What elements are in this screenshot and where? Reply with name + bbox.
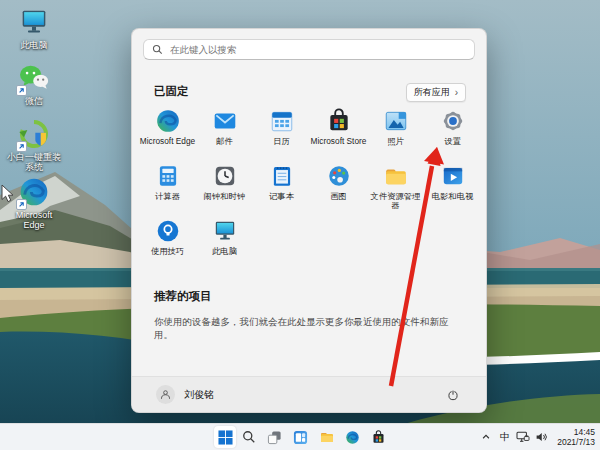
app-label: 画图 <box>330 192 347 201</box>
task-view-button[interactable] <box>263 426 285 448</box>
app-label: 电影和电视 <box>432 192 473 201</box>
pinned-app-photos[interactable]: 照片 <box>367 103 424 158</box>
desktop-icon-label: 微信 <box>6 96 62 106</box>
pinned-apps-grid: Microsoft Edge 邮件 日历 Microsoft Store 照片 … <box>139 103 481 268</box>
notepad-icon <box>269 163 295 189</box>
wechat-icon <box>18 62 50 94</box>
store-icon <box>326 108 352 134</box>
app-label: 设置 <box>444 137 461 146</box>
recommended-section-title: 推荐的项目 <box>154 289 212 304</box>
photos-icon <box>383 108 409 134</box>
clock[interactable]: 14:45 2021/7/13 <box>557 427 595 447</box>
user-name: 刘俊铭 <box>184 388 214 402</box>
pinned-app-this-pc[interactable]: 此电脑 <box>196 213 253 268</box>
pinned-app-microsoft-edge[interactable]: Microsoft Edge <box>139 103 196 158</box>
paint-icon <box>326 163 352 189</box>
pinned-app-tips[interactable]: 使用技巧 <box>139 213 196 268</box>
power-icon <box>446 388 460 402</box>
pinned-section-title: 已固定 <box>154 84 189 99</box>
taskbar-search-button[interactable] <box>238 426 260 448</box>
movies-tv-icon <box>440 163 466 189</box>
settings-gear-icon <box>440 108 466 134</box>
pinned-app-movies-tv[interactable]: 电影和电视 <box>424 158 481 213</box>
app-label: 计算器 <box>155 192 180 201</box>
edge-icon <box>18 176 50 208</box>
xiaobai-reinstall-icon <box>18 118 50 150</box>
all-apps-label: 所有应用 <box>414 86 450 99</box>
pinned-app-file-explorer[interactable]: 文件资源管理器 <box>367 158 424 213</box>
chevron-up-icon <box>481 432 491 442</box>
recommended-empty-message: 你使用的设备越多，我们就会在此处显示更多你最近使用的文件和新应用。 <box>154 315 464 341</box>
search-icon <box>242 430 256 444</box>
widgets-button[interactable] <box>289 426 311 448</box>
app-label: 文件资源管理器 <box>368 192 424 210</box>
all-apps-button[interactable]: 所有应用 › <box>406 83 466 102</box>
calendar-icon <box>269 108 295 134</box>
edge-icon <box>345 430 360 445</box>
shortcut-arrow-icon <box>16 85 27 96</box>
pinned-app-settings[interactable]: 设置 <box>424 103 481 158</box>
calculator-icon <box>155 163 181 189</box>
task-view-icon <box>267 430 282 445</box>
mouse-cursor <box>1 184 15 204</box>
pinned-app-microsoft-store[interactable]: Microsoft Store <box>310 103 367 158</box>
app-label: 日历 <box>273 137 290 146</box>
file-explorer-icon <box>383 163 409 189</box>
pinned-app-mail[interactable]: 邮件 <box>196 103 253 158</box>
chevron-right-icon: › <box>455 87 458 98</box>
app-label: 使用技巧 <box>151 247 184 256</box>
pinned-app-paint[interactable]: 画图 <box>310 158 367 213</box>
desktop-icon-label: 小白一键重装系统 <box>6 152 62 172</box>
app-label: Microsoft Store <box>311 137 367 146</box>
pinned-app-calendar[interactable]: 日历 <box>253 103 310 158</box>
shortcut-arrow-icon <box>16 141 27 152</box>
edge-icon <box>155 108 181 134</box>
desktop-icon-wechat[interactable]: 微信 <box>6 62 62 106</box>
volume-button[interactable] <box>533 428 549 446</box>
taskbar-file-explorer-button[interactable] <box>316 426 338 448</box>
app-label: 照片 <box>387 137 404 146</box>
start-button[interactable] <box>214 426 236 448</box>
network-icon <box>516 431 530 443</box>
clock-time: 14:45 <box>557 427 595 437</box>
pinned-app-alarms-clock[interactable]: 闹钟和时钟 <box>196 158 253 213</box>
store-icon <box>371 430 386 445</box>
clock-date: 2021/7/13 <box>557 437 595 447</box>
shortcut-arrow-icon <box>16 199 27 210</box>
taskbar-edge-button[interactable] <box>341 426 363 448</box>
start-menu-footer: 刘俊铭 <box>132 376 486 412</box>
this-pc-icon <box>212 218 238 244</box>
mail-icon <box>212 108 238 134</box>
desktop-icon-this-pc[interactable]: 此电脑 <box>6 6 62 50</box>
this-pc-icon <box>18 6 50 38</box>
start-menu: 已固定 所有应用 › Microsoft Edge 邮件 日历 Microsof… <box>131 28 487 413</box>
desktop-icon-label: 此电脑 <box>6 40 62 50</box>
app-label: 记事本 <box>269 192 294 201</box>
start-icon <box>218 430 233 445</box>
speaker-icon <box>535 431 548 443</box>
network-button[interactable] <box>514 428 532 446</box>
start-search[interactable] <box>143 39 475 60</box>
alarm-clock-icon <box>212 163 238 189</box>
power-button[interactable] <box>444 386 462 404</box>
ime-indicator[interactable]: 中 <box>497 428 513 446</box>
search-input[interactable] <box>143 39 475 60</box>
app-label: Microsoft Edge <box>140 137 195 146</box>
app-label: 邮件 <box>216 137 233 146</box>
hidden-icons-button[interactable] <box>478 428 494 446</box>
pinned-app-calculator[interactable]: 计算器 <box>139 158 196 213</box>
pinned-app-notepad[interactable]: 记事本 <box>253 158 310 213</box>
desktop-icon-xiaobai-reinstall[interactable]: 小白一键重装系统 <box>6 118 62 172</box>
taskbar-store-button[interactable] <box>367 426 389 448</box>
app-label: 此电脑 <box>212 247 237 256</box>
person-icon <box>156 385 175 404</box>
widgets-icon <box>293 430 308 445</box>
desktop-icon-label: Microsoft Edge <box>6 210 62 230</box>
user-profile-button[interactable]: 刘俊铭 <box>156 385 214 404</box>
taskbar: 中 14:45 2021/7/13 <box>0 423 600 450</box>
tips-icon <box>155 218 181 244</box>
file-explorer-icon <box>319 429 335 445</box>
app-label: 闹钟和时钟 <box>204 192 245 201</box>
